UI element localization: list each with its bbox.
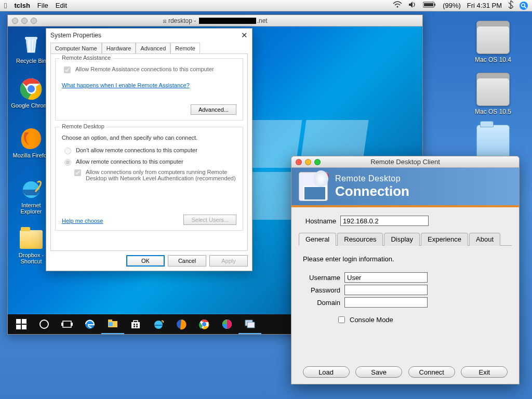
taskbar-people[interactable] [216,314,238,334]
tab-hardware[interactable]: Hardware [102,43,136,54]
taskbar-ie[interactable] [147,314,170,334]
general-pane: Please enter login information. Username… [299,246,512,331]
svg-rect-15 [22,325,26,329]
help-me-choose-link[interactable]: Help me choose [62,218,103,224]
tab-about[interactable]: About [469,233,500,246]
svg-rect-25 [134,324,135,325]
svg-point-0 [397,6,398,8]
taskbar-rdesktop[interactable] [238,314,261,334]
window-titlebar[interactable]: ☒ rdesktop - .net [8,15,422,26]
mac-menubar:  tclsh File Edit (99%) Fri 4:31 PM [0,0,532,11]
taskbar-explorer[interactable] [101,314,124,334]
banner: Remote Desktop Connection [291,168,519,207]
menu-file[interactable]: File [37,2,48,9]
ie-icon [20,177,43,200]
banner-line1: Remote Desktop [335,174,409,183]
svg-point-4 [522,3,525,6]
remote-assistance-help-link[interactable]: What happens when I enable Remote Assist… [62,82,190,88]
cortana-icon[interactable] [33,314,56,334]
login-prompt: Please enter login information. [303,255,508,263]
tab-remote[interactable]: Remote [170,43,200,54]
app-name[interactable]: tclsh [14,2,30,9]
start-button[interactable] [10,314,33,334]
connect-button[interactable]: Connect [408,366,455,378]
tab-resources[interactable]: Resources [337,233,383,246]
svg-line-5 [525,7,526,8]
task-view-icon[interactable] [56,314,78,334]
taskbar-edge[interactable] [78,314,101,334]
tab-general[interactable]: General [299,233,336,246]
tab-experience[interactable]: Experience [421,233,468,246]
dont-allow-radio[interactable]: Don't allow remote connections to this c… [62,146,236,154]
radio[interactable] [64,159,71,166]
apple-menu-icon[interactable]:  [4,1,7,10]
tab-advanced[interactable]: Advanced [136,43,170,54]
tab-display[interactable]: Display [384,233,420,246]
dialog-titlebar[interactable]: System Properties ✕ [46,29,252,42]
allow-radio[interactable]: Allow remote connections to this compute… [62,157,236,166]
console-mode-checkbox[interactable]: Console Mode [336,315,508,325]
allow-remote-assistance-checkbox[interactable]: Allow Remote Assistance connections to t… [62,66,236,75]
menu-edit[interactable]: Edit [56,2,67,9]
advanced-button[interactable]: Advanced... [191,104,236,115]
bluetooth-icon[interactable] [508,1,513,10]
remote-desktop-group: Remote Desktop Choose an option, and the… [55,127,243,231]
select-users-button[interactable]: Select Users... [183,215,236,225]
checkbox[interactable] [64,66,71,73]
tab-computer-name[interactable]: Computer Name [50,43,102,54]
ok-button[interactable]: OK [126,255,165,267]
radio[interactable] [64,148,71,154]
svg-rect-23 [109,322,113,326]
window-title: Remote Desktop Client [291,158,519,166]
load-button[interactable]: Load [303,366,350,378]
volume-icon[interactable] [408,1,417,10]
taskbar-store[interactable] [124,314,147,334]
svg-rect-30 [154,325,163,326]
rdc-app-icon [299,172,328,201]
rdc-tab-bar: General Resources Display Experience Abo… [299,232,512,246]
domain-label: Domain [303,299,344,307]
redacted-hostname [199,18,256,24]
svg-rect-24 [131,322,140,328]
battery-icon[interactable] [423,2,436,9]
folder-icon [476,125,510,158]
svg-rect-18 [61,323,63,326]
window-titlebar[interactable]: Remote Desktop Client [291,156,519,168]
taskbar-chrome[interactable] [193,314,216,334]
hostname-input[interactable] [340,216,429,226]
svg-rect-13 [22,319,26,324]
wifi-icon[interactable] [393,1,402,10]
spotlight-icon[interactable] [520,2,528,10]
choose-text: Choose an option, and then specify who c… [62,135,236,141]
taskbar-firefox[interactable] [170,314,193,334]
svg-rect-26 [136,324,138,325]
svg-rect-36 [247,322,255,328]
recycle-bin-icon [20,33,43,56]
svg-point-33 [202,322,206,326]
apply-button[interactable]: Apply [209,255,248,267]
password-label: Password [303,286,344,294]
svg-rect-28 [136,326,138,327]
banner-line2: Connection [335,183,409,200]
checkbox[interactable] [338,316,345,323]
firefox-icon [20,127,43,150]
nla-checkbox[interactable]: Allow connections only from computers ru… [72,169,236,181]
hostname-row: Hostname [299,216,512,226]
username-input[interactable] [344,272,428,283]
clock[interactable]: Fri 4:31 PM [467,2,502,9]
exit-button[interactable]: Exit [461,366,508,378]
close-button[interactable]: ✕ [241,31,248,40]
svg-rect-22 [108,320,112,322]
desktop-icon-hd-104[interactable]: Mac OS 10.4 [470,21,516,63]
password-input[interactable] [344,285,428,295]
battery-percent: (99%) [443,2,461,9]
svg-rect-27 [134,326,135,327]
save-button[interactable]: Save [355,366,402,378]
desktop-icon-hd-105[interactable]: Mac OS 10.5 [470,73,516,115]
group-legend: Remote Assistance [60,55,113,61]
checkbox[interactable] [74,169,81,176]
cancel-button[interactable]: Cancel [168,255,206,267]
domain-input[interactable] [344,297,428,308]
folder-icon [20,227,43,250]
harddrive-icon [476,21,510,54]
